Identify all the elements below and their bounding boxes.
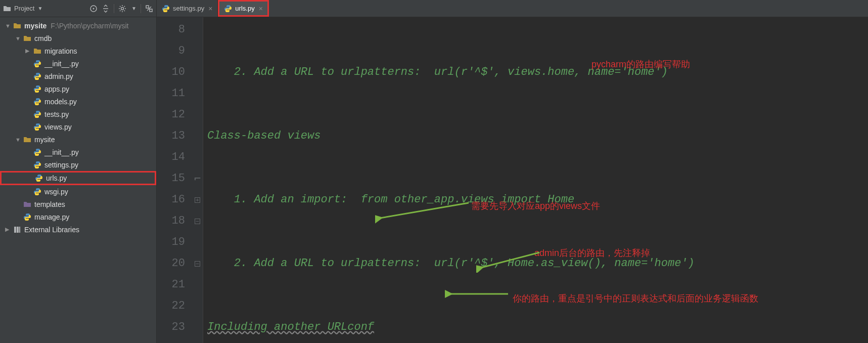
tree-file[interactable]: __init__.py (0, 57, 156, 70)
line-number: 21 (159, 274, 185, 295)
line-number: 19 (159, 232, 185, 253)
tree-folder-cmdb[interactable]: ▼ cmdb (0, 32, 156, 45)
fold-gutter: ⌐ + − − (192, 17, 203, 343)
line-number: 20 (159, 253, 185, 274)
editor-tabbar: settings.py × urls.py × (157, 0, 269, 17)
annotation: 你的路由，重点是引号中的正则表达式和后面的业务逻辑函数 (513, 288, 758, 309)
tree-file[interactable]: models.py (0, 95, 156, 108)
tree-file[interactable]: settings.py (0, 158, 156, 171)
code-line: Including another URLconf (207, 317, 374, 338)
line-number: 23 (159, 317, 185, 338)
tree-file-urls[interactable]: urls.py (0, 171, 156, 185)
line-number: 14 (159, 147, 185, 168)
fold-end-icon[interactable]: ⌐ (192, 168, 203, 189)
folder-icon (33, 47, 41, 55)
tree-label: templates (34, 200, 65, 208)
close-icon[interactable]: × (208, 5, 212, 13)
tree-label: migrations (44, 47, 77, 55)
fold-expand-icon[interactable]: + (192, 189, 203, 210)
tree-label: admin.py (44, 72, 73, 80)
line-number: 8 (159, 19, 185, 40)
line-gutter: 8 9 10 11 12 13 14 15 16 18 19 20 21 22 … (157, 17, 192, 343)
tree-label: settings.py (44, 161, 78, 169)
library-icon (13, 226, 21, 234)
project-panel-header[interactable]: Project ▼ ▼ (0, 0, 157, 17)
code-area[interactable]: 2. Add a URL to urlpatterns: url(r'^$', … (203, 17, 868, 343)
tree-file[interactable]: manage.py (0, 210, 156, 223)
close-icon[interactable]: × (259, 5, 263, 13)
folder-icon (23, 136, 31, 144)
locate-icon[interactable] (89, 5, 98, 13)
python-file-icon (33, 148, 41, 156)
tab-settings[interactable]: settings.py × (157, 0, 218, 17)
tree-label: mysite (24, 22, 47, 30)
project-icon (3, 5, 11, 13)
python-file-icon (35, 174, 43, 182)
tree-label: External Libraries (24, 226, 79, 234)
code-line: 2. Add a URL to urlpatterns: url(r'^$', … (207, 62, 668, 83)
tree-file[interactable]: admin.py (0, 70, 156, 82)
separator (141, 4, 141, 13)
chevron-down-icon[interactable]: ▼ (5, 23, 12, 29)
project-toolbar: ▼ (89, 4, 153, 13)
gear-icon[interactable] (118, 5, 126, 13)
tree-label: tests.py (44, 110, 69, 118)
tree-root[interactable]: ▼ mysite F:\Python\pycharm\mysit (0, 19, 156, 32)
tree-file[interactable]: tests.py (0, 108, 156, 120)
main-area: ▼ mysite F:\Python\pycharm\mysit ▼ cmdb … (0, 17, 868, 343)
line-number: 16 (159, 189, 185, 210)
line-number: 11 (159, 83, 185, 104)
tree-file[interactable]: __init__.py (0, 146, 156, 158)
fold-collapse-icon[interactable]: − (192, 210, 203, 232)
tree-external-libraries[interactable]: ▶External Libraries (0, 223, 156, 236)
folder-icon (23, 34, 31, 42)
tree-path: F:\Python\pycharm\mysit (51, 22, 128, 30)
chevron-down-icon[interactable]: ▼ (37, 6, 42, 11)
tree-label: __init__.py (44, 148, 79, 156)
tree-file[interactable]: wsgi.py (0, 185, 156, 198)
tree-label: urls.py (46, 174, 67, 182)
folder-icon (23, 200, 31, 208)
tree-label: manage.py (34, 213, 69, 221)
python-file-icon (23, 213, 31, 221)
python-file-icon (224, 5, 232, 13)
tree-label: cmdb (34, 34, 52, 42)
tree-label: views.py (44, 123, 72, 131)
tree-folder-mysite[interactable]: ▼ mysite (0, 133, 156, 146)
collapse-icon[interactable] (102, 5, 110, 13)
code-line: 2. Add a URL to urlpatterns: url(r'^$', … (207, 253, 695, 274)
hide-icon[interactable] (145, 5, 153, 13)
python-file-icon (33, 72, 41, 80)
topbar: Project ▼ ▼ settings.py × urls.py × (0, 0, 868, 17)
tab-label: urls.py (235, 5, 254, 12)
project-tree: ▼ mysite F:\Python\pycharm\mysit ▼ cmdb … (0, 19, 156, 236)
project-label: Project (14, 5, 34, 12)
chevron-down-icon[interactable]: ▼ (15, 137, 22, 143)
tree-file[interactable]: apps.py (0, 82, 156, 95)
chevron-right-icon[interactable]: ▶ (5, 226, 12, 233)
line-number: 15 (159, 168, 185, 189)
project-sidebar[interactable]: ▼ mysite F:\Python\pycharm\mysit ▼ cmdb … (0, 17, 157, 343)
tree-label: __init__.py (44, 60, 79, 68)
chevron-down-icon[interactable]: ▼ (131, 6, 136, 11)
tree-label: wsgi.py (44, 188, 68, 196)
tree-file[interactable]: views.py (0, 120, 156, 133)
tree-label: models.py (44, 98, 77, 106)
editor[interactable]: 8 9 10 11 12 13 14 15 16 18 19 20 21 22 … (157, 17, 868, 343)
tab-urls[interactable]: urls.py × (218, 0, 268, 17)
tab-label: settings.py (173, 5, 204, 12)
chevron-right-icon[interactable]: ▶ (25, 48, 32, 54)
chevron-down-icon[interactable]: ▼ (15, 35, 22, 41)
line-number: 12 (159, 104, 185, 125)
fold-collapse-icon[interactable]: − (192, 253, 203, 274)
line-number: 10 (159, 62, 185, 83)
code-line: Class-based views (207, 125, 321, 147)
line-number: 13 (159, 125, 185, 147)
python-file-icon (33, 188, 41, 196)
line-number: 9 (159, 40, 185, 62)
folder-icon (13, 22, 21, 30)
line-number: 22 (159, 295, 185, 317)
tree-folder-migrations[interactable]: ▶ migrations (0, 45, 156, 57)
tree-folder-templates[interactable]: templates (0, 198, 156, 210)
python-file-icon (33, 123, 41, 131)
